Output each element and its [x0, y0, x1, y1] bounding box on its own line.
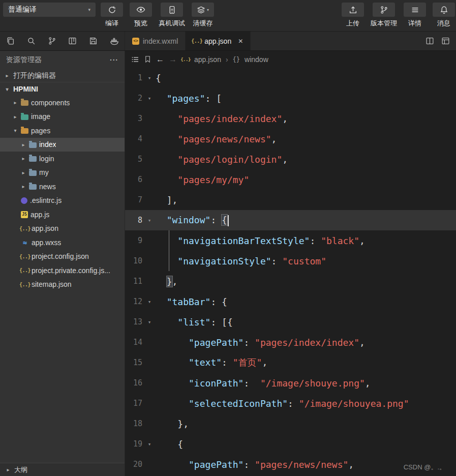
details-button[interactable]: 详情	[404, 3, 426, 28]
open-editors-section[interactable]: ▸ 打开的编辑器	[0, 69, 125, 82]
project-root[interactable]: ▾ HPMINI	[0, 82, 125, 96]
object-braces-icon: {}	[233, 56, 240, 63]
breadcrumb-separator: ›	[226, 55, 228, 64]
more-actions-icon[interactable]: ···	[110, 56, 118, 64]
navigate-back-icon[interactable]: ←	[156, 55, 164, 64]
tree-item-index[interactable]: ▸index	[0, 138, 125, 152]
device-debug-button[interactable]: 真机调试	[159, 3, 185, 28]
code-line-20[interactable]: 20 "pagePath": "pages/news/news",	[125, 454, 456, 474]
board-icon[interactable]	[62, 32, 83, 50]
code-line-6[interactable]: 6 "pages/my/my"	[125, 169, 456, 190]
tree-item-components[interactable]: ▸components	[0, 96, 125, 110]
sidebar-title: 资源管理器	[6, 55, 42, 65]
line-number: 11	[125, 277, 143, 286]
code-line-8[interactable]: 8▾ "window": {	[125, 210, 456, 230]
chevron-right-icon: ▸	[20, 156, 26, 161]
compile-button[interactable]: 编译	[101, 3, 123, 28]
folder-icon	[29, 184, 37, 190]
bookmark-icon[interactable]	[144, 55, 151, 63]
tree-item-my[interactable]: ▸my	[0, 166, 125, 180]
code-line-17[interactable]: 17 "selectedIconPath": "/image/shouyea.p…	[125, 393, 456, 413]
tree-item-news[interactable]: ▸news	[0, 180, 125, 194]
tree-item-app-json[interactable]: {..}app.json	[0, 222, 125, 236]
code-line-7[interactable]: 7 ],	[125, 190, 456, 210]
tab-strip: <>index.wxml{..}app.json✕	[125, 32, 251, 50]
compile-mode-label: 普通编译	[8, 5, 37, 14]
fold-icon[interactable]: ▾	[143, 75, 156, 81]
search-icon[interactable]	[21, 32, 42, 50]
chevron-right-icon: ▸	[20, 170, 26, 175]
preview-button[interactable]: 预览	[130, 3, 152, 28]
chevron-right-icon: ▸	[12, 114, 18, 120]
layers-icon: ▾	[192, 3, 214, 17]
fold-icon[interactable]: ▾	[143, 217, 156, 224]
clear-cache-button[interactable]: ▾清缓存	[192, 3, 214, 28]
file-tree: ▸components▸image▾pages▸index▸login▸my▸n…	[0, 96, 125, 291]
fold-icon[interactable]: ▾	[143, 441, 156, 448]
line-number: 7	[125, 195, 143, 204]
code-line-5[interactable]: 5 "pages/login/login",	[125, 149, 456, 169]
close-icon[interactable]: ✕	[238, 38, 243, 45]
tree-item-image[interactable]: ▸image	[0, 110, 125, 124]
code-line-3[interactable]: 3 "pages/index/index",	[125, 108, 456, 129]
folder-icon	[21, 100, 28, 106]
fold-icon[interactable]: ▾	[143, 319, 156, 325]
split-editor-icon[interactable]	[425, 37, 434, 45]
code-line-4[interactable]: 4 "pages/news/news",	[125, 129, 456, 149]
tree-item-sitemap-json[interactable]: {..}sitemap.json	[0, 278, 125, 292]
code-line-1[interactable]: 1▾{	[125, 68, 456, 88]
line-number: 17	[125, 399, 143, 408]
files-icon[interactable]	[0, 32, 21, 50]
navigate-forward-icon[interactable]: →	[169, 55, 177, 64]
code-line-16[interactable]: 16 "iconPath": "/image/shouye.png",	[125, 373, 456, 393]
project-name: HPMINI	[13, 85, 38, 93]
compile-mode-dropdown[interactable]: 普通编译 ▾	[3, 3, 96, 17]
tree-item-app-wxss[interactable]: ≈app.wxss	[0, 235, 125, 250]
code-line-9[interactable]: 9 "navigationBarTextStyle": "black",	[125, 230, 456, 251]
code-line-10[interactable]: 10 "navigationStyle": "custom"	[125, 251, 456, 271]
save-icon[interactable]	[83, 32, 104, 50]
outline-list-icon[interactable]	[131, 55, 139, 64]
upload-icon	[342, 3, 364, 17]
fold-icon[interactable]: ▾	[143, 299, 156, 305]
upload-button[interactable]: 上传	[342, 3, 364, 28]
tree-item-project-private-config-js[interactable]: {..}project.private.config.js...	[0, 263, 125, 278]
activity-bar	[0, 32, 125, 50]
chevron-right-icon: ▸	[20, 142, 26, 147]
editor-pane: ← → {..} app.json › {} window 1▾{2▾ "pag…	[125, 51, 456, 476]
code-line-11[interactable]: 11 },	[125, 271, 456, 291]
version-control-button[interactable]: 版本管理	[371, 3, 397, 28]
code-line-14[interactable]: 14 "pagePath": "pages/index/index",	[125, 332, 456, 352]
code-line-19[interactable]: 19▾ {	[125, 434, 456, 454]
whale-icon[interactable]	[104, 32, 125, 50]
code-line-15[interactable]: 15 "text": "首页",	[125, 352, 456, 373]
tree-item-login[interactable]: ▸login	[0, 152, 125, 166]
tree-item-app-js[interactable]: JSapp.js	[0, 207, 125, 222]
breadcrumb-section[interactable]: window	[245, 55, 268, 64]
tree-item-pages[interactable]: ▾pages	[0, 124, 125, 138]
code-line-2[interactable]: 2▾ "pages": [	[125, 88, 456, 108]
tree-item-eslintrc-js[interactable]: .eslintrc.js	[0, 194, 125, 208]
code-line-13[interactable]: 13▾ "list": [{	[125, 312, 456, 332]
eslint-icon	[21, 197, 27, 204]
chevron-right-icon: ▸	[5, 467, 11, 472]
fold-icon[interactable]: ▾	[143, 95, 156, 102]
tab-index-wxml[interactable]: <>index.wxml	[125, 32, 186, 50]
tab-app-json[interactable]: {..}app.json✕	[186, 32, 251, 50]
line-number: 4	[125, 134, 143, 143]
eye-icon	[130, 3, 152, 17]
messages-button[interactable]: 消息	[433, 3, 455, 28]
code-line-18[interactable]: 18 },	[125, 413, 456, 434]
toolbar-left-buttons: 编译预览真机调试▾清缓存	[101, 3, 214, 28]
tree-item-project-config-json[interactable]: {..}project.config.json	[0, 250, 125, 264]
tab-right-actions	[425, 32, 456, 50]
sidebar: 资源管理器 ··· ▸ 打开的编辑器 ▾ HPMINI ▸components▸…	[0, 51, 125, 476]
editor-layout-icon[interactable]	[441, 37, 450, 45]
breadcrumb-file[interactable]: app.json	[194, 55, 221, 64]
code-editor[interactable]: 1▾{2▾ "pages": [3 "pages/index/index",4 …	[125, 68, 456, 476]
source-control-icon[interactable]	[42, 32, 63, 50]
editor-tab-bar: <>index.wxml{..}app.json✕	[0, 32, 456, 51]
outline-section[interactable]: ▸ 大纲	[0, 463, 125, 476]
folder-icon	[21, 114, 28, 120]
code-line-12[interactable]: 12▾ "tabBar": {	[125, 291, 456, 312]
